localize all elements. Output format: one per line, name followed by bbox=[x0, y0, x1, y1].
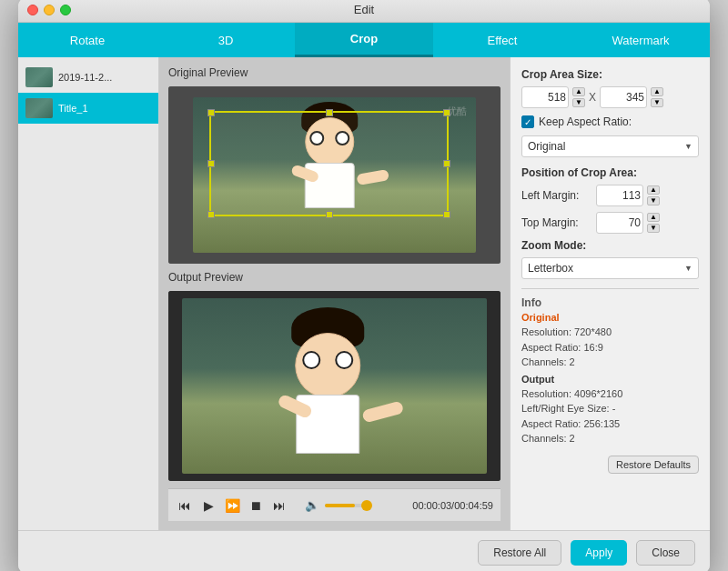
crop-handle-tl[interactable] bbox=[207, 109, 215, 116]
crop-height-input[interactable] bbox=[600, 86, 647, 108]
keep-aspect-label: Keep Aspect Ratio: bbox=[539, 115, 632, 128]
crop-area-size-title: Crop Area Size: bbox=[521, 68, 699, 81]
info-section: Info Original Resolution: 720*480 Aspect… bbox=[521, 296, 699, 446]
crop-width-spinner[interactable]: ▲ ▼ bbox=[572, 86, 585, 108]
skip-forward-button[interactable]: ⏭ bbox=[270, 496, 288, 515]
main-content: 2019-11-2... Title_1 Original Preview 优酷 bbox=[18, 57, 710, 530]
crop-handle-br[interactable] bbox=[443, 211, 450, 218]
output-preview-label: Output Preview bbox=[168, 271, 500, 284]
close-button[interactable]: Close bbox=[636, 540, 695, 566]
right-panel: Crop Area Size: ▲ ▼ X ▲ ▼ ✓ Keep Aspect … bbox=[510, 57, 710, 530]
apply-button[interactable]: Apply bbox=[571, 540, 627, 566]
original-info-label: Original bbox=[521, 312, 699, 323]
zoom-mode-select[interactable]: Letterbox ▼ bbox=[521, 257, 699, 279]
tab-crop[interactable]: Crop bbox=[295, 23, 433, 57]
center-panel: Original Preview 优酷 bbox=[159, 57, 510, 530]
crop-height-spinner[interactable]: ▲ ▼ bbox=[651, 86, 663, 108]
output-aspect: Aspect Ratio: 256:135 bbox=[521, 416, 699, 432]
output-info-label: Output bbox=[521, 374, 699, 385]
keep-aspect-row: ✓ Keep Aspect Ratio: bbox=[521, 115, 699, 128]
aspect-ratio-select[interactable]: Original ▼ bbox=[521, 135, 699, 157]
zoom-mode-value: Letterbox bbox=[528, 262, 573, 275]
left-margin-spinner[interactable]: ▲ ▼ bbox=[647, 185, 660, 206]
info-title: Info bbox=[521, 296, 699, 309]
output-section: Output Resolution: 4096*2160 Left/Right … bbox=[521, 374, 699, 446]
crop-handle-bl[interactable] bbox=[207, 211, 215, 218]
sidebar-label-0: 2019-11-2... bbox=[58, 72, 112, 83]
zoom-mode-arrow-icon: ▼ bbox=[684, 264, 693, 273]
output-channels: Channels: 2 bbox=[521, 431, 699, 446]
sidebar-item-0[interactable]: 2019-11-2... bbox=[18, 62, 158, 93]
top-margin-up[interactable]: ▲ bbox=[647, 213, 660, 222]
top-margin-spinner[interactable]: ▲ ▼ bbox=[647, 212, 660, 234]
sidebar-thumb-0 bbox=[25, 67, 53, 87]
bottom-bar: Restore All Apply Close bbox=[18, 530, 710, 571]
left-margin-label: Left Margin: bbox=[521, 189, 592, 202]
x-separator: X bbox=[589, 91, 596, 104]
output-resolution: Resolution: 4096*2160 bbox=[521, 386, 699, 402]
output-eye-size: Left/Right Eye Size: - bbox=[521, 401, 699, 416]
fast-forward-button[interactable]: ⏩ bbox=[223, 496, 241, 515]
crop-handle-rm[interactable] bbox=[443, 160, 450, 167]
tab-watermark[interactable]: Watermark bbox=[571, 23, 710, 57]
volume-icon: 🔈 bbox=[305, 498, 319, 512]
title-bar: Edit bbox=[18, 0, 710, 23]
restore-defaults-button[interactable]: Restore Defaults bbox=[608, 456, 699, 474]
tab-effect[interactable]: Effect bbox=[433, 23, 571, 57]
left-sidebar: 2019-11-2... Title_1 bbox=[18, 57, 159, 530]
tab-rotate[interactable]: Rotate bbox=[18, 23, 157, 57]
left-margin-input[interactable] bbox=[596, 185, 643, 206]
playback-bar: ⏮ ▶ ⏩ ⏹ ⏭ 🔈 00:00:03/00:04:59 bbox=[168, 488, 500, 521]
height-down-arrow[interactable]: ▼ bbox=[651, 98, 663, 107]
divider bbox=[521, 288, 699, 289]
play-button[interactable]: ▶ bbox=[199, 496, 217, 515]
crop-width-input[interactable] bbox=[521, 86, 569, 108]
crop-handle-tr[interactable] bbox=[443, 109, 450, 116]
original-resolution: Resolution: 720*480 bbox=[521, 325, 699, 340]
anime-scene-orig: 优酷 bbox=[193, 97, 475, 254]
width-up-arrow[interactable]: ▲ bbox=[572, 87, 585, 96]
window-title: Edit bbox=[354, 3, 374, 16]
sidebar-label-1: Title_1 bbox=[58, 103, 88, 114]
original-preview-label: Original Preview bbox=[168, 66, 500, 79]
skip-back-button[interactable]: ⏮ bbox=[176, 496, 194, 515]
volume-slider[interactable] bbox=[325, 504, 370, 507]
crop-box[interactable] bbox=[209, 111, 448, 217]
crop-handle-bm[interactable] bbox=[326, 211, 333, 218]
main-window: Edit Rotate 3D Crop Effect Watermark 201… bbox=[18, 0, 710, 571]
left-margin-down[interactable]: ▼ bbox=[647, 196, 660, 205]
close-window-button[interactable] bbox=[27, 5, 38, 15]
crop-size-row: ▲ ▼ X ▲ ▼ bbox=[521, 86, 699, 108]
top-margin-down[interactable]: ▼ bbox=[647, 224, 660, 233]
output-preview bbox=[168, 291, 500, 481]
minimize-window-button[interactable] bbox=[44, 5, 55, 15]
keep-aspect-checkbox[interactable]: ✓ bbox=[521, 115, 534, 128]
top-margin-label: Top Margin: bbox=[521, 216, 592, 229]
tab-bar: Rotate 3D Crop Effect Watermark bbox=[18, 23, 710, 57]
crop-handle-lm[interactable] bbox=[207, 160, 215, 167]
height-up-arrow[interactable]: ▲ bbox=[651, 87, 663, 96]
top-margin-input[interactable] bbox=[596, 212, 643, 234]
width-down-arrow[interactable]: ▼ bbox=[572, 98, 585, 107]
time-display: 00:00:03/00:04:59 bbox=[412, 500, 493, 511]
output-preview-bg bbox=[168, 291, 500, 481]
zoom-mode-title: Zoom Mode: bbox=[521, 239, 699, 252]
anime-scene-out bbox=[182, 298, 488, 473]
stop-button[interactable]: ⏹ bbox=[247, 496, 265, 515]
original-aspect: Aspect Ratio: 16:9 bbox=[521, 340, 699, 356]
original-channels: Channels: 2 bbox=[521, 355, 699, 370]
left-margin-up[interactable]: ▲ bbox=[647, 185, 660, 195]
position-title: Position of Crop Area: bbox=[521, 166, 699, 179]
tab-3d[interactable]: 3D bbox=[157, 23, 295, 57]
restore-all-button[interactable]: Restore All bbox=[478, 540, 561, 566]
left-margin-row: Left Margin: ▲ ▼ bbox=[521, 185, 699, 206]
crop-handle-tm[interactable] bbox=[326, 109, 333, 116]
maximize-window-button[interactable] bbox=[60, 5, 71, 15]
sidebar-thumb-1 bbox=[25, 98, 53, 118]
traffic-lights bbox=[27, 5, 71, 15]
top-margin-row: Top Margin: ▲ ▼ bbox=[521, 212, 699, 234]
original-preview: 优酷 bbox=[168, 86, 500, 264]
aspect-ratio-arrow-icon: ▼ bbox=[684, 142, 693, 151]
sidebar-item-1[interactable]: Title_1 bbox=[18, 93, 158, 124]
original-preview-bg: 优酷 bbox=[168, 86, 500, 264]
